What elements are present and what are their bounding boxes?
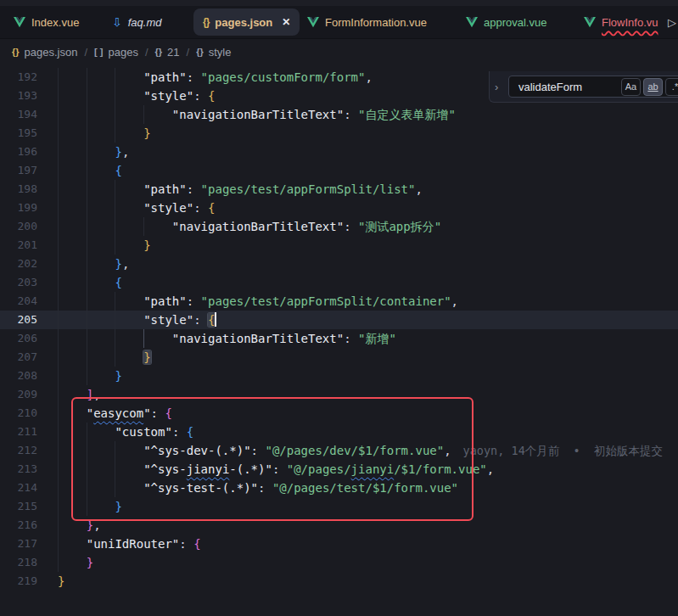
- line-number[interactable]: 199: [0, 199, 37, 217]
- tab-index-vue[interactable]: Index.vue: [14, 8, 79, 36]
- code-token: "navigationBarTitleText": [172, 220, 344, 233]
- code-content: }: [58, 236, 678, 255]
- symbol-object-icon: {}: [155, 47, 163, 57]
- line-number[interactable]: 219: [0, 572, 37, 591]
- indent-guide: [115, 236, 115, 255]
- line-number[interactable]: 194: [0, 105, 37, 124]
- code-line-196[interactable]: 196 },: [0, 143, 678, 161]
- code-line-198[interactable]: 198 "path": "pages/test/appFormSplit/lis…: [0, 180, 678, 199]
- line-number[interactable]: 215: [0, 497, 37, 516]
- indent-guide: [87, 180, 87, 199]
- tab-faq-md[interactable]: ⇩faq.md: [112, 8, 161, 36]
- line-number[interactable]: 195: [0, 124, 37, 143]
- line-number[interactable]: 196: [0, 143, 37, 161]
- code-token: -(.*)": [229, 462, 272, 476]
- code-token: "@/pages/test/$1/form.vue": [272, 481, 458, 495]
- line-number[interactable]: 216: [0, 516, 37, 535]
- code-line-214[interactable]: 214 "^sys-test-(.*)": "@/pages/test/$1/f…: [0, 479, 678, 497]
- code-line-204[interactable]: 204 "path": "pages/test/appFormSplit/con…: [0, 292, 678, 311]
- indent-guide: [87, 367, 87, 385]
- code-line-213[interactable]: 213 "^sys-jianyi-(.*)": "@/pages/jianyi/…: [0, 460, 678, 479]
- breadcrumb-item-pages[interactable]: [ ]pages: [94, 46, 138, 59]
- breadcrumb-item-style[interactable]: {}style: [196, 46, 231, 59]
- code-line-218[interactable]: 218 }: [0, 553, 678, 572]
- tab-forminformation-vue[interactable]: FormInformation.vue: [307, 8, 427, 36]
- code-line-211[interactable]: 211 "custom": {: [0, 423, 678, 441]
- indent-guide: [58, 180, 59, 199]
- code-content: "path": "pages/test/appFormSplit/list",: [58, 180, 678, 199]
- indent-guide: [87, 161, 87, 180]
- code-line-195[interactable]: 195 }: [0, 124, 678, 143]
- code-line-217[interactable]: 217 "uniIdRouter": {: [0, 535, 678, 553]
- code-area[interactable]: 192 "path": "pages/customForm/form",193 …: [0, 64, 678, 591]
- symbol-object-icon: {}: [12, 47, 20, 57]
- match-case-button[interactable]: Aa: [621, 78, 641, 96]
- code-line-207[interactable]: 207 }: [0, 348, 678, 367]
- code-line-208[interactable]: 208 }: [0, 367, 678, 385]
- code-line-206[interactable]: 206 "navigationBarTitleText": "新增": [0, 329, 678, 348]
- code-token: :: [179, 537, 193, 551]
- breadcrumb-item-21[interactable]: {}21: [155, 46, 180, 59]
- find-widget: › validateForm Aa ab .*: [489, 71, 678, 103]
- indent-guide: [115, 479, 115, 497]
- line-number[interactable]: 202: [0, 255, 37, 273]
- code-content: },: [58, 143, 678, 161]
- editor-pane[interactable]: › validateForm Aa ab .* 192 "path": "pag…: [0, 64, 678, 615]
- line-number[interactable]: 197: [0, 161, 37, 180]
- code-line-200[interactable]: 200 "navigationBarTitleText": "测试app拆分": [0, 217, 678, 236]
- tab-approval-vue[interactable]: approval.vue: [466, 8, 546, 36]
- line-number[interactable]: 213: [0, 460, 37, 479]
- line-number[interactable]: 217: [0, 535, 37, 553]
- whole-word-button[interactable]: ab: [643, 78, 663, 96]
- code-line-199[interactable]: 199 "style": {: [0, 199, 678, 217]
- code-content: }: [58, 572, 678, 591]
- code-token: ,: [93, 388, 100, 401]
- line-number[interactable]: 192: [0, 68, 37, 87]
- line-number[interactable]: 200: [0, 217, 37, 236]
- code-line-210[interactable]: 210 "easycom": {: [0, 404, 678, 423]
- breadcrumb-item-pages-json[interactable]: {}pages.json: [12, 46, 77, 59]
- tab-overflow-chevron-icon[interactable]: ▷: [668, 16, 676, 29]
- line-number[interactable]: 201: [0, 236, 37, 255]
- code-line-219[interactable]: 219}: [0, 572, 678, 591]
- code-line-216[interactable]: 216 },: [0, 516, 678, 535]
- code-token: "^sys-test-(.*)": [143, 481, 258, 495]
- code-line-203[interactable]: 203 {: [0, 273, 678, 292]
- code-line-215[interactable]: 215 }: [0, 497, 678, 516]
- code-line-202[interactable]: 202 },: [0, 255, 678, 273]
- line-number[interactable]: 212: [0, 441, 37, 460]
- code-token: {: [208, 201, 215, 215]
- code-line-197[interactable]: 197 {: [0, 161, 678, 180]
- code-line-205[interactable]: 205 "style": {: [0, 311, 678, 329]
- line-number[interactable]: 211: [0, 423, 37, 441]
- line-number[interactable]: 205: [0, 311, 37, 329]
- regex-button[interactable]: .*: [665, 78, 678, 96]
- line-number[interactable]: 193: [0, 87, 37, 105]
- line-number[interactable]: 209: [0, 385, 37, 404]
- line-number[interactable]: 198: [0, 180, 37, 199]
- close-icon[interactable]: ✕: [282, 16, 290, 28]
- line-number[interactable]: 210: [0, 404, 37, 423]
- line-number[interactable]: 208: [0, 367, 37, 385]
- code-content: "navigationBarTitleText": "自定义表单新增": [58, 105, 678, 124]
- tab-flowinfo-vu[interactable]: FlowInfo.vu: [584, 8, 658, 36]
- tab-pages-json[interactable]: {}pages.json✕: [193, 8, 300, 36]
- code-line-201[interactable]: 201 }: [0, 236, 678, 255]
- code-content: "uniIdRouter": {: [58, 535, 678, 553]
- code-token: /$1/form.vue": [394, 462, 487, 476]
- line-number[interactable]: 203: [0, 273, 37, 292]
- code-line-209[interactable]: 209 ],: [0, 385, 678, 404]
- code-token: }: [143, 126, 150, 140]
- code-line-212[interactable]: 212 "^sys-dev-(.*)": "@/pages/dev/$1/for…: [0, 441, 678, 460]
- indent-guide: [87, 217, 87, 236]
- find-expand-chevron-icon[interactable]: ›: [495, 81, 508, 93]
- line-number[interactable]: 218: [0, 553, 37, 572]
- code-token: :: [272, 462, 287, 476]
- line-number[interactable]: 206: [0, 329, 37, 348]
- line-number[interactable]: 207: [0, 348, 37, 367]
- search-input[interactable]: validateForm Aa ab .*: [508, 76, 678, 98]
- code-line-194[interactable]: 194 "navigationBarTitleText": "自定义表单新增": [0, 105, 678, 124]
- line-number[interactable]: 204: [0, 292, 37, 311]
- indent-guide: [58, 143, 59, 161]
- line-number[interactable]: 214: [0, 479, 37, 497]
